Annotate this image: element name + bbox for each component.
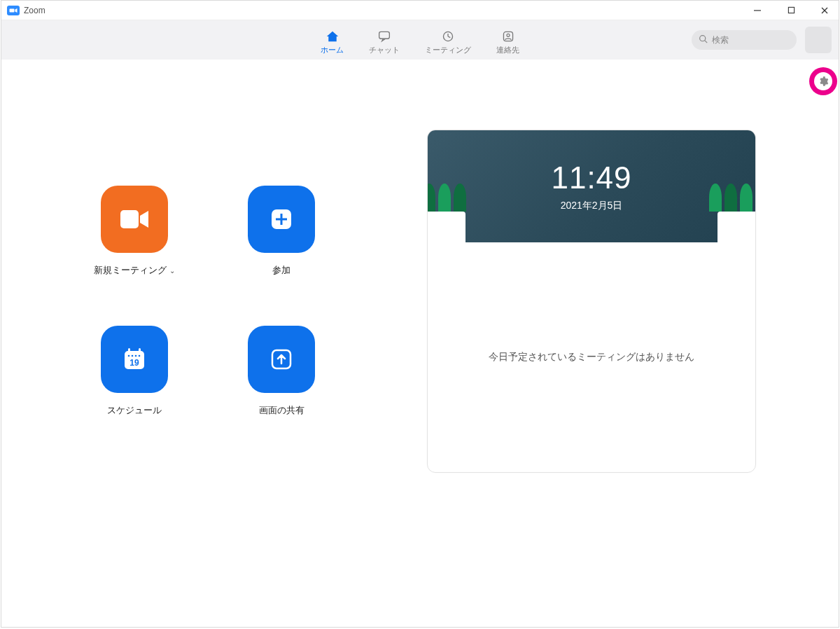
settings-button[interactable] (814, 72, 832, 90)
nav-home[interactable]: ホーム (321, 29, 344, 55)
current-date: 2021年2月5日 (561, 200, 623, 212)
gear-icon (818, 76, 829, 87)
no-meetings-text: 今日予定されているミーティングはありません (489, 351, 694, 364)
svg-point-21 (132, 355, 134, 357)
search-placeholder: 検索 (712, 34, 729, 46)
svg-rect-2 (788, 7, 794, 13)
svg-rect-0 (10, 8, 15, 12)
svg-point-23 (139, 355, 141, 357)
nav-label: ホーム (321, 45, 344, 55)
nav-label: チャット (369, 45, 400, 55)
nav-chat[interactable]: チャット (369, 29, 400, 55)
schedule-card: 11:49 2021年2月5日 今日予定されているミーティングはありません (427, 130, 756, 473)
window-title: Zoom (24, 6, 46, 15)
svg-point-22 (135, 355, 137, 357)
tile-grid: 新規ミーティング ⌄ 参加 (85, 130, 330, 585)
contacts-icon (501, 29, 515, 43)
svg-rect-18 (128, 348, 130, 354)
nav-label: 連絡先 (496, 45, 519, 55)
window-close-button[interactable] (816, 2, 833, 19)
zoom-app-icon (7, 6, 20, 15)
svg-rect-5 (379, 32, 390, 39)
main-content: 新規ミーティング ⌄ 参加 (1, 60, 839, 627)
title-bar: Zoom (1, 1, 839, 20)
video-icon (119, 207, 150, 231)
window-minimize-button[interactable] (749, 2, 766, 19)
nav-meetings[interactable]: ミーティング (425, 29, 471, 55)
schedule-button[interactable]: 19 (101, 326, 168, 393)
search-icon (699, 34, 708, 46)
tile-label: 新規ミーティング (94, 264, 167, 277)
top-navbar: ホーム チャット ミーティング 連絡先 (1, 20, 839, 60)
search-input[interactable]: 検索 (692, 30, 797, 50)
clock-icon (441, 29, 455, 43)
svg-point-11 (700, 36, 706, 41)
plant-decoration (427, 212, 465, 242)
share-up-icon (267, 345, 295, 373)
avatar[interactable] (805, 27, 832, 53)
svg-text:19: 19 (130, 358, 139, 368)
nav-label: ミーティング (425, 45, 471, 55)
join-button[interactable] (248, 186, 315, 253)
svg-point-10 (506, 34, 509, 36)
home-icon (326, 29, 340, 43)
share-screen-button[interactable] (248, 326, 315, 393)
plus-icon (267, 205, 295, 233)
new-meeting-button[interactable] (101, 186, 168, 253)
tile-label: スケジュール (107, 404, 162, 417)
calendar-icon: 19 (120, 345, 149, 374)
chat-icon (377, 29, 391, 43)
current-time: 11:49 (551, 160, 631, 195)
plant-decoration (718, 212, 756, 242)
tile-label: 参加 (272, 264, 290, 277)
tile-label: 画面の共有 (259, 404, 304, 417)
svg-rect-19 (139, 348, 141, 354)
nav-contacts[interactable]: 連絡先 (496, 29, 519, 55)
card-hero: 11:49 2021年2月5日 (428, 130, 755, 242)
chevron-down-icon[interactable]: ⌄ (169, 267, 175, 275)
svg-rect-13 (120, 210, 139, 228)
svg-point-20 (128, 355, 130, 357)
svg-line-12 (705, 41, 707, 43)
settings-highlight (809, 67, 837, 95)
window-maximize-button[interactable] (783, 2, 799, 19)
svg-line-8 (448, 36, 450, 38)
